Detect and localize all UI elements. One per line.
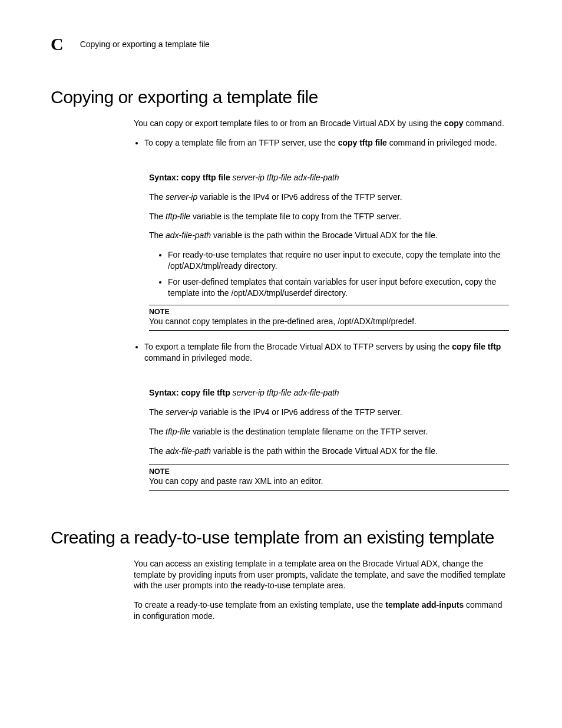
syntax-line: Syntax: copy tftp file server-ip tftp-fi…	[149, 172, 509, 183]
text: command in privileged mode.	[144, 353, 252, 363]
text: To copy a template file from an TFTP ser…	[144, 138, 338, 147]
note-box: NOTE You can copy and paste raw XML into…	[149, 465, 509, 490]
intro-paragraph: You can copy or export template files to…	[134, 118, 509, 129]
syntax-label: Syntax:	[149, 388, 181, 397]
syntax-command: copy tftp file	[181, 173, 230, 182]
text: variable is the IPv4 or IPv6 address of …	[197, 192, 402, 202]
variable-desc: The server-ip variable is the IPv4 or IP…	[149, 407, 509, 418]
sub-bullet: For user-defined templates that contain …	[168, 276, 509, 299]
bullet-item: To copy a template file from an TFTP ser…	[144, 137, 509, 149]
text: The	[149, 407, 166, 417]
syntax-line: Syntax: copy file tftp server-ip tftp-fi…	[149, 387, 509, 398]
note-text: You cannot copy templates in the pre-def…	[149, 316, 509, 327]
variable-name: server-ip	[166, 407, 197, 417]
variable-name: tftp-file	[166, 212, 190, 221]
text: The	[149, 427, 166, 436]
syntax-args: server-ip tftp-file adx-file-path	[230, 388, 339, 397]
text: To export a template file from the Broca…	[144, 342, 452, 351]
note-text: You can copy and paste raw XML into an e…	[149, 476, 509, 486]
syntax-label: Syntax:	[149, 173, 181, 182]
note-label: NOTE	[149, 467, 509, 476]
sub-bullet: For ready-to-use templates that require …	[168, 249, 509, 272]
text: variable is the path within the Brocade …	[211, 230, 438, 240]
section2-title: Creating a ready-to-use template from an…	[51, 528, 509, 548]
text: variable is the IPv4 or IPv6 address of …	[197, 407, 402, 417]
command-copy-file-tftp: copy file tftp	[452, 342, 501, 351]
page-header: C Copying or exporting a template file	[51, 35, 509, 53]
breadcrumb: Copying or exporting a template file	[80, 39, 210, 49]
syntax-command: copy file tftp	[181, 388, 230, 397]
variable-desc: The tftp-file variable is the template f…	[149, 211, 509, 222]
paragraph: To create a ready-to-use template from a…	[134, 599, 509, 622]
variable-name: server-ip	[166, 192, 197, 202]
text: You can copy or export template files to…	[134, 118, 444, 128]
command-template-add-inputs: template add-inputs	[385, 600, 464, 610]
note-label: NOTE	[149, 308, 509, 316]
text: The	[149, 230, 166, 240]
text: The	[149, 212, 166, 221]
variable-desc: The tftp-file variable is the destinatio…	[149, 426, 509, 437]
variable-desc: The adx-file-path variable is the path w…	[149, 446, 509, 457]
text: The	[149, 446, 166, 456]
text: variable is the template file to copy fr…	[190, 212, 401, 221]
variable-name: adx-file-path	[166, 446, 211, 456]
text: The	[149, 192, 166, 202]
variable-name: adx-file-path	[166, 230, 211, 240]
variable-name: tftp-file	[166, 427, 190, 436]
syntax-args: server-ip tftp-file adx-file-path	[230, 173, 339, 182]
text: To create a ready-to-use template from a…	[134, 600, 385, 610]
text: variable is the path within the Brocade …	[211, 446, 438, 456]
note-box: NOTE You cannot copy templates in the pr…	[149, 305, 509, 331]
command-copy: copy	[444, 118, 464, 128]
bullet-item: To export a template file from the Broca…	[144, 341, 509, 364]
text: command.	[464, 118, 504, 128]
text: command in privileged mode.	[387, 138, 497, 147]
variable-desc: The server-ip variable is the IPv4 or IP…	[149, 192, 509, 203]
paragraph: You can access an existing template in a…	[134, 558, 509, 592]
section1-title: Copying or exporting a template file	[51, 87, 509, 107]
command-copy-tftp-file: copy tftp file	[338, 138, 387, 147]
appendix-letter: C	[51, 35, 64, 53]
variable-desc: The adx-file-path variable is the path w…	[149, 230, 509, 241]
text: variable is the destination template fil…	[190, 427, 428, 436]
